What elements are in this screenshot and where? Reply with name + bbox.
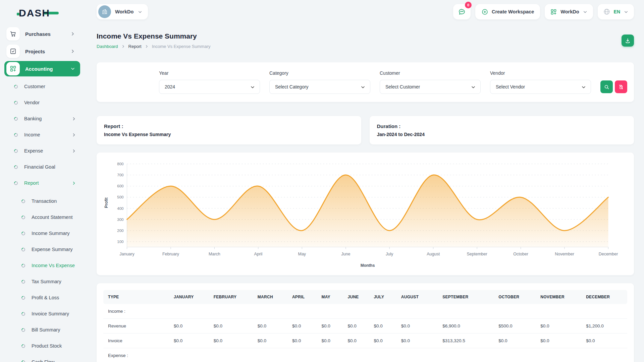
sidebar-item-invoice-summary[interactable]: Invoice Summary: [0, 306, 85, 322]
sidebar-item-label: Transaction: [32, 198, 76, 204]
sidebar-item-product-stock[interactable]: Product Stock: [0, 338, 85, 354]
value-cell: $0.0: [170, 334, 210, 348]
chevron-down-icon: [360, 84, 366, 90]
value-cell: $0.0: [344, 334, 370, 348]
svg-text:February: February: [162, 252, 179, 256]
sidebar-item-label: Report: [24, 180, 71, 186]
value-cell: $0.0: [210, 334, 254, 348]
select-value: Select Category: [275, 84, 309, 89]
column-header-february: FEBRUARY: [210, 290, 254, 304]
value-cell: $0.0: [289, 334, 318, 348]
svg-text:600: 600: [117, 184, 123, 188]
bullet-icon: [13, 132, 19, 137]
sidebar-item-income[interactable]: Income: [0, 127, 85, 143]
sidebar-item-projects[interactable]: Projects: [4, 44, 80, 59]
chevron-right-icon: [71, 181, 76, 186]
workspace-selector[interactable]: WorkDo: [97, 4, 148, 19]
chevron-right-icon: [70, 31, 75, 37]
workdo-menu-label: WorkDo: [560, 9, 579, 14]
chevron-down-icon: [624, 9, 629, 14]
sidebar-item-customer[interactable]: Customer: [0, 78, 85, 95]
sidebar-item-bill-summary[interactable]: Bill Summary: [0, 322, 85, 338]
apply-filter-button[interactable]: [600, 80, 613, 93]
column-header-october: OCTOBER: [495, 290, 537, 304]
filter-fields: Year2024CategorySelect CategoryCustomerS…: [159, 70, 591, 94]
sidebar-item-label: Invoice Summary: [32, 311, 76, 316]
sidebar-item-profit-loss[interactable]: Profit & Loss: [0, 290, 85, 306]
bullet-icon: [21, 231, 26, 236]
svg-text:200: 200: [117, 229, 123, 233]
reset-filter-button[interactable]: [615, 80, 627, 93]
sidebar-item-accounting[interactable]: Accounting: [4, 61, 80, 76]
messages-badge: 0: [465, 2, 472, 8]
column-header-may: MAY: [318, 290, 344, 304]
year-select[interactable]: 2024: [159, 80, 260, 94]
column-header-june: JUNE: [344, 290, 370, 304]
page-title: Income Vs Expense Summary: [97, 32, 211, 40]
value-cell: $0.0: [289, 319, 318, 334]
sidebar-item-purchases[interactable]: Purchases: [4, 26, 80, 42]
sidebar-item-report[interactable]: Report: [0, 175, 85, 191]
svg-text:300: 300: [117, 218, 123, 222]
table-row: Invoice$0.0$0.0$0.0$0.0$0.0$0.0$0.0$0.0$…: [103, 334, 627, 348]
category-select[interactable]: Select Category: [269, 80, 370, 94]
filter-label: Year: [159, 70, 260, 76]
value-cell: $0.0: [537, 334, 583, 348]
sidebar-item-account-statement[interactable]: Account Statement: [0, 209, 85, 225]
column-header-december: DECEMBER: [583, 290, 627, 304]
sidebar-item-expense-summary[interactable]: Expense Summary: [0, 241, 85, 257]
sidebar-item-financial-goal[interactable]: Financial Goal: [0, 159, 85, 175]
sidebar-item-income-summary[interactable]: Income Summary: [0, 225, 85, 241]
search-icon: [604, 84, 609, 90]
globe-icon: [603, 8, 610, 15]
grid-plus-icon: [550, 8, 557, 15]
top-header: WorkDo 0 Create Workspace WorkDo EN: [85, 0, 644, 23]
sidebar-item-transaction[interactable]: Transaction: [0, 193, 85, 209]
value-cell: $0.0: [318, 334, 344, 348]
column-header-july: JULY: [371, 290, 398, 304]
table-row: Revenue$0.0$0.0$0.0$0.0$0.0$0.0$0.0$0.0$…: [103, 319, 627, 334]
messages-button[interactable]: 0: [453, 4, 471, 19]
value-cell: $0.0: [371, 334, 398, 348]
bullet-icon: [21, 263, 26, 268]
create-workspace-button[interactable]: Create Workspace: [475, 4, 540, 19]
workdo-menu[interactable]: WorkDo: [545, 4, 593, 19]
svg-text:September: September: [467, 252, 487, 256]
value-cell: $0.0: [170, 319, 210, 334]
sidebar-item-expense[interactable]: Expense: [0, 143, 85, 159]
breadcrumb-dashboard[interactable]: Dashboard: [97, 44, 118, 49]
export-download-button[interactable]: [622, 35, 634, 47]
chevron-down-icon: [138, 9, 143, 14]
chat-icon: [458, 8, 466, 16]
vendor-select[interactable]: Select Vendor: [490, 80, 591, 94]
svg-text:May: May: [298, 252, 306, 256]
value-cell: $6,900.0: [439, 319, 495, 334]
customer-select[interactable]: Select Customer: [380, 80, 481, 94]
breadcrumb-report[interactable]: Report: [128, 44, 142, 49]
sidebar-item-income-vs-expense[interactable]: Income Vs Expense: [0, 257, 85, 274]
sidebar-item-tax-summary[interactable]: Tax Summary: [0, 274, 85, 290]
value-cell: $1,200.0: [583, 319, 627, 334]
workspace-avatar: [98, 5, 111, 18]
value-cell: $313,320.5: [439, 334, 495, 348]
y-axis-title: Profit: [104, 197, 109, 208]
sidebar-item-cash-flow[interactable]: Cash Flow: [0, 354, 85, 362]
filter-actions: [600, 80, 627, 93]
summary-row: Report : Income Vs Expense Summary Durat…: [97, 116, 634, 144]
sidebar-item-banking[interactable]: Banking: [0, 111, 85, 127]
sidebar-item-label: Customer: [24, 84, 76, 89]
report-summary-card: Report : Income Vs Expense Summary: [97, 116, 361, 144]
row-type-cell: Invoice: [103, 334, 170, 348]
chevron-down-icon: [581, 84, 586, 90]
value-cell: $0.0: [398, 334, 439, 348]
language-selector[interactable]: EN: [598, 4, 634, 19]
bullet-icon: [21, 215, 26, 220]
sidebar-item-label: Cash Flow: [32, 359, 76, 362]
clear-filter-icon: [618, 84, 624, 90]
main-content: Income Vs Expense Summary DashboardRepor…: [85, 23, 644, 362]
sidebar-item-vendor[interactable]: Vendor: [0, 95, 85, 111]
section-label: Income :: [103, 304, 627, 319]
sidebar-nav: PurchasesProjectsAccountingCustomerVendo…: [0, 26, 85, 362]
bullet-icon: [13, 164, 19, 170]
filter-group-customer: CustomerSelect Customer: [380, 70, 481, 94]
